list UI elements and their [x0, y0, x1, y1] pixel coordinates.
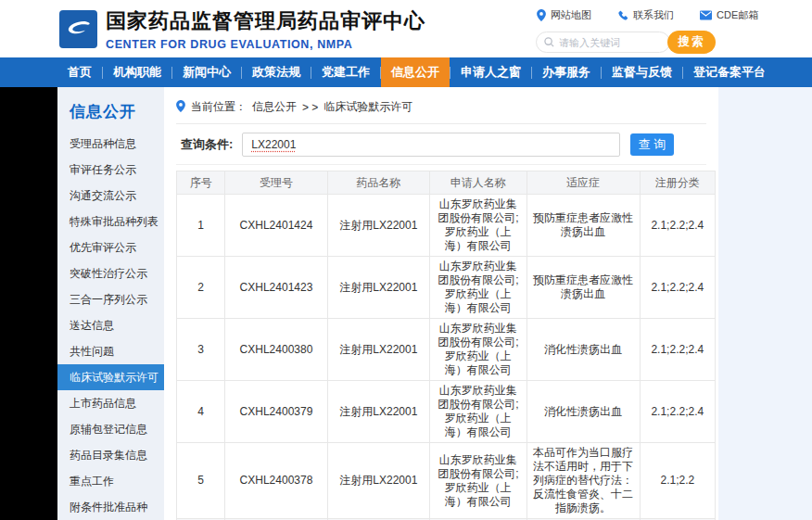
nav-item-news[interactable]: 新闻中心 — [172, 57, 241, 87]
cell-acceptance-no: CXHL2400378 — [225, 443, 327, 519]
col-header-index: 序号 — [177, 171, 225, 195]
nav-item-supervision[interactable]: 监督与反馈 — [602, 57, 682, 87]
sidebar-item-priority-review[interactable]: 优先审评公示 — [57, 235, 164, 260]
breadcrumb: 当前位置： 信息公开 > > 临床试验默示许可 — [176, 99, 706, 115]
sidebar-item-excipients-registration[interactable]: 原辅包登记信息 — [57, 416, 164, 442]
cell-index: 2 — [177, 257, 225, 319]
header-quick-links: 网站地图 联系我们 CDE邮箱 — [537, 8, 758, 22]
cell-registration-class: 2.1;2.2;2.4 — [640, 257, 715, 319]
nav-item-info-disclosure[interactable]: 信息公开 — [381, 57, 450, 87]
table-header-row: 序号 受理号 药品名称 申请人名称 适应症 注册分类 — [177, 171, 716, 195]
cell-acceptance-no: CXHL2400380 — [225, 319, 327, 381]
breadcrumb-prefix: 当前位置： — [191, 99, 247, 115]
search-button[interactable]: 搜索 — [667, 31, 716, 54]
cell-drug-name: 注射用LX22001 — [327, 195, 429, 257]
nav-item-applicant-window[interactable]: 申请人之窗 — [450, 57, 531, 87]
search-icon — [544, 34, 554, 51]
sidebar-item-common-issues[interactable]: 共性问题 — [57, 338, 164, 364]
cell-acceptance-no: CXHL2401423 — [225, 257, 327, 319]
mailbox-label: CDE邮箱 — [717, 8, 758, 22]
sidebar-item-breakthrough-therapy[interactable]: 突破性治疗公示 — [57, 260, 164, 286]
cell-drug-name: 注射用LX22001 — [327, 257, 429, 319]
table-row: 2 CXHL2401423 注射用LX22001 山东罗欣药业集团股份有限公司;… — [177, 257, 716, 319]
nav-item-policies[interactable]: 政策法规 — [242, 57, 311, 87]
col-header-registration-class: 注册分类 — [640, 171, 715, 195]
cell-applicant: 山东罗欣药业集团股份有限公司;罗欣药业（上海）有限公司 — [430, 319, 527, 381]
table-row: 1 CXHL2401424 注射用LX22001 山东罗欣药业集团股份有限公司;… — [177, 195, 716, 257]
sidebar-item-conditional-approval[interactable]: 附条件批准品种 — [57, 494, 164, 520]
sidebar-item-review-tasks[interactable]: 审评任务公示 — [57, 157, 164, 183]
col-header-acceptance-no: 受理号 — [225, 171, 327, 195]
query-bar: 查询条件: LX22001 查 询 — [176, 131, 706, 159]
table-row: 4 CXHL2400379 注射用LX22001 山东罗欣药业集团股份有限公司;… — [177, 381, 716, 443]
contact-label: 联系我们 — [633, 8, 674, 22]
breadcrumb-separator: > > — [302, 101, 318, 114]
site-subtitle: CENTER FOR DRUG EVALUATION, NMPA — [106, 38, 425, 51]
nav-item-services[interactable]: 办事服务 — [532, 57, 601, 87]
location-pin-icon — [176, 100, 185, 115]
breadcrumb-current: 临床试验默示许可 — [324, 99, 412, 115]
cell-registration-class: 2.1;2.2 — [640, 443, 715, 519]
main-nav: 首页 机构职能 新闻中心 政策法规 党建工作 信息公开 申请人之窗 办事服务 监… — [0, 57, 812, 87]
cell-acceptance-no: CXHL2400379 — [225, 381, 327, 443]
cell-applicant: 山东罗欣药业集团股份有限公司;罗欣药业（上海）有限公司 — [430, 381, 527, 443]
cell-applicant: 山东罗欣药业集团股份有限公司;罗欣药业（上海）有限公司 — [430, 195, 527, 257]
nav-item-registration-platform[interactable]: 登记备案平台 — [683, 57, 776, 87]
cell-drug-name: 注射用LX22001 — [327, 443, 429, 519]
sidebar-item-drug-catalog[interactable]: 药品目录集信息 — [57, 442, 164, 468]
envelope-icon — [700, 10, 712, 20]
sidebar-item-key-work[interactable]: 重点工作 — [57, 468, 164, 494]
results-table: 序号 受理号 药品名称 申请人名称 适应症 注册分类 1 CXHL2401424… — [176, 171, 716, 520]
cell-index: 4 — [177, 381, 225, 443]
sitemap-link[interactable]: 网站地图 — [537, 8, 591, 22]
sidebar-item-delivery-info[interactable]: 送达信息 — [57, 312, 164, 338]
cell-index: 3 — [177, 319, 225, 381]
cell-registration-class: 2.1;2.2;2.4 — [640, 195, 715, 257]
breadcrumb-section[interactable]: 信息公开 — [252, 99, 297, 115]
breadcrumb-divider — [176, 123, 706, 124]
sidebar-item-special-approval[interactable]: 特殊审批品种列表 — [57, 209, 164, 235]
query-divider — [176, 164, 706, 165]
cell-indication: 本品可作为当口服疗法不适用时，用于下列病症的替代疗法：反流性食管炎、十二指肠溃疡… — [527, 443, 640, 519]
right-background-strip — [718, 87, 812, 520]
col-header-applicant: 申请人名称 — [430, 171, 527, 195]
cde-logo-swoosh-icon — [63, 12, 94, 46]
sidebar-item-accepted-varieties[interactable]: 受理品种信息 — [57, 131, 164, 157]
query-label: 查询条件: — [181, 136, 233, 153]
cell-applicant: 山东罗欣药业集团股份有限公司;罗欣药业（上海）有限公司 — [430, 443, 527, 519]
table-row: 5 CXHL2400378 注射用LX22001 山东罗欣药业集团股份有限公司;… — [177, 443, 716, 519]
table-row: 3 CXHL2400380 注射用LX22001 山东罗欣药业集团股份有限公司;… — [177, 319, 716, 381]
contact-link[interactable]: 联系我们 — [617, 8, 674, 22]
sidebar-title: 信息公开 — [57, 87, 164, 131]
cell-applicant: 山东罗欣药业集团股份有限公司;罗欣药业（上海）有限公司 — [430, 257, 527, 319]
sidebar: 信息公开 受理品种信息 审评任务公示 沟通交流公示 特殊审批品种列表 优先审评公… — [57, 87, 164, 520]
cell-index: 5 — [177, 443, 225, 519]
cell-indication: 消化性溃疡出血 — [527, 319, 640, 381]
mailbox-link[interactable]: CDE邮箱 — [700, 8, 758, 22]
map-pin-icon — [537, 9, 546, 21]
nav-item-party[interactable]: 党建工作 — [311, 57, 380, 87]
site-title: 国家药品监督管理局药品审评中心 — [106, 7, 425, 35]
cell-registration-class: 2.1;2.2;2.4 — [640, 381, 715, 443]
sidebar-item-marketed-drugs[interactable]: 上市药品信息 — [57, 390, 164, 416]
cell-index: 1 — [177, 195, 225, 257]
sidebar-item-communication[interactable]: 沟通交流公示 — [57, 183, 164, 209]
sidebar-item-clinical-trial-implied-license[interactable]: 临床试验默示许可 — [57, 364, 164, 390]
sitemap-label: 网站地图 — [551, 8, 591, 22]
left-background-strip — [0, 87, 57, 520]
cell-indication: 预防重症患者应激性溃疡出血 — [527, 195, 640, 257]
main-content: 当前位置： 信息公开 > > 临床试验默示许可 查询条件: LX22001 查 … — [164, 87, 718, 520]
query-button[interactable]: 查 询 — [630, 133, 674, 156]
nav-item-home[interactable]: 首页 — [57, 57, 102, 87]
cell-registration-class: 2.1;2.2;2.4 — [640, 319, 715, 381]
search-input[interactable] — [559, 37, 656, 48]
cell-indication: 预防重症患者应激性溃疡出血 — [527, 257, 640, 319]
phone-icon — [617, 10, 628, 21]
cell-indication: 消化性溃疡出血 — [527, 381, 640, 443]
nav-item-functions[interactable]: 机构职能 — [103, 57, 171, 87]
sidebar-item-three-in-one[interactable]: 三合一序列公示 — [57, 286, 164, 312]
cell-drug-name: 注射用LX22001 — [327, 319, 429, 381]
cde-logo[interactable] — [59, 10, 97, 48]
col-header-drug-name: 药品名称 — [327, 171, 429, 195]
query-input[interactable]: LX22001 — [242, 133, 620, 157]
